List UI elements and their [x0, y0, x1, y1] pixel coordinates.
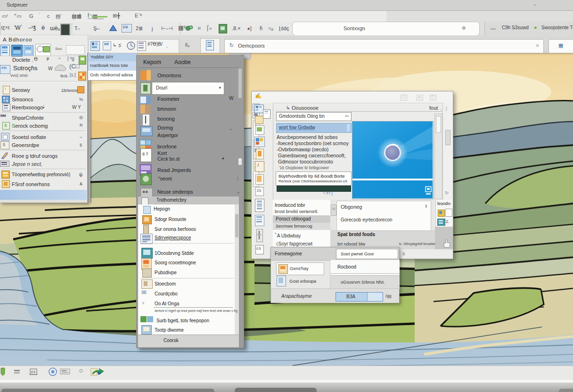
svg-text:£9: £9 [31, 370, 35, 374]
